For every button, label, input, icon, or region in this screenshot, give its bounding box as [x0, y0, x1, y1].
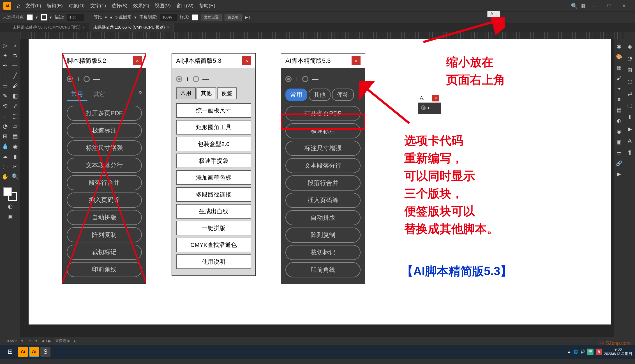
btn-para-merge[interactable]: 段落行合并 [285, 175, 361, 191]
menu-effect[interactable]: 效果(C) [133, 3, 149, 9]
btn-artboard-size[interactable]: 统一画板尺寸 [176, 103, 251, 118]
tab-note[interactable]: 便签 [332, 89, 354, 101]
align-icon[interactable]: ►⁝ [244, 15, 250, 20]
doc-tab-1[interactable]: 未标题-2.ai @ 50 % (CMYK/CPU 预览)× [8, 23, 89, 32]
tab-other[interactable]: 其它 [89, 89, 110, 101]
stroke-input[interactable] [67, 14, 84, 21]
color-icon[interactable]: 🎨 [615, 53, 623, 61]
btn-rect-corner[interactable]: 矩形圆角工具 [176, 120, 251, 135]
maximize-button[interactable]: ☐ [604, 2, 615, 10]
radio-icon[interactable] [67, 76, 73, 82]
transparency-icon[interactable]: ◐ [615, 117, 623, 125]
menu-view[interactable]: 视图(V) [155, 3, 171, 9]
rotate-icon[interactable]: 0° [27, 339, 31, 343]
tab-common[interactable]: 常用 [176, 87, 196, 99]
appearance-icon[interactable]: ◉ [615, 127, 623, 136]
tab-common[interactable]: 常用 [67, 89, 87, 101]
btn-help[interactable]: 使用说明 [176, 254, 251, 269]
gradient-tool[interactable]: ▤ [10, 131, 20, 141]
color-mode-icon[interactable]: ◐ [5, 201, 15, 211]
para-icon[interactable]: ¶ [625, 148, 634, 157]
align-icon[interactable]: ⊞ [625, 66, 634, 75]
selection-tool[interactable]: ▷ [0, 40, 10, 50]
properties-icon[interactable]: ◉ [615, 42, 623, 50]
btn-corner-line[interactable]: 印前角线 [285, 262, 361, 277]
menu-object[interactable]: 对象(O) [68, 3, 85, 9]
line-tool[interactable]: ╱ [10, 71, 20, 81]
tab-other[interactable]: 其他 [197, 87, 216, 99]
menu-help[interactable]: 帮助(H) [199, 3, 215, 9]
btn-text-split[interactable]: 文本段落分行 [67, 158, 142, 173]
libraries-icon[interactable]: ◈ [625, 42, 634, 51]
eyedropper-tool[interactable]: 💧 [0, 141, 10, 151]
gradient-icon[interactable]: ▤ [615, 106, 623, 114]
btn-array-copy[interactable]: 阵列复制 [285, 228, 361, 243]
zoom-tool[interactable]: 🔍 [10, 171, 20, 182]
play-icon[interactable]: ▶ [615, 170, 623, 178]
char-icon[interactable]: A [625, 136, 634, 145]
rotate-tool[interactable]: ⟲ [0, 101, 10, 111]
btn-para-merge[interactable]: 段落行合并 [67, 175, 142, 190]
stroke-swatch[interactable] [41, 14, 47, 20]
eraser-tool[interactable]: ◧ [10, 91, 20, 101]
graphic-styles-icon[interactable]: ▣ [615, 138, 623, 146]
btn-array-copy[interactable]: 阵列复制 [67, 227, 142, 242]
close-icon[interactable]: × [83, 25, 85, 29]
free-transform-tool[interactable]: ⬚ [10, 111, 20, 121]
expand-icon[interactable]: » [138, 89, 142, 101]
tab-note[interactable]: 便签 [217, 87, 237, 99]
tray-icon[interactable]: ▲ [567, 349, 571, 354]
zoom-level[interactable]: 110.65% [3, 339, 17, 343]
graph-tool[interactable]: ▮ [10, 151, 20, 161]
btn-bag[interactable]: 极速手提袋 [176, 154, 251, 168]
btn-page-num[interactable]: 插入页码等 [67, 193, 142, 208]
blend-tool[interactable]: ◉ [10, 141, 20, 151]
home-icon[interactable]: ⌂ [17, 2, 20, 10]
close-button[interactable]: × [242, 56, 251, 65]
artboard-tool[interactable]: ▢ [0, 161, 10, 171]
tab-common[interactable]: 常用 [285, 89, 307, 101]
start-button[interactable]: ⊞ [3, 346, 17, 358]
radio-icon[interactable] [302, 76, 308, 82]
style-swatch[interactable] [192, 14, 198, 20]
menu-window[interactable]: 窗口(W) [176, 3, 193, 9]
ime-button[interactable]: 中 [587, 349, 594, 355]
links-icon[interactable]: 🔗 [615, 159, 623, 168]
ai-task-icon-active[interactable]: Ai [29, 347, 39, 357]
btn-auto-layout[interactable]: 自动拼版 [285, 210, 361, 225]
opacity-input[interactable] [160, 14, 177, 21]
symbol-tool[interactable]: ☁ [0, 151, 10, 161]
tab-other[interactable]: 其他 [309, 89, 331, 101]
btn-box-type[interactable]: 包装盒型2.0 [176, 137, 251, 151]
actions-icon[interactable]: ▶ [625, 124, 634, 133]
fill-stroke-swatch[interactable] [3, 187, 17, 201]
tray-icon[interactable]: 🌐 [573, 349, 578, 354]
radio-icon[interactable] [421, 105, 426, 110]
arrange-icon[interactable]: ▦ [581, 3, 586, 9]
btn-crop-mark[interactable]: 裁切标记 [67, 245, 142, 260]
hand-tool[interactable]: ✋ [0, 171, 10, 182]
pathfinder-icon[interactable]: ⬡ [625, 77, 634, 86]
type-tool[interactable]: T [0, 71, 10, 81]
shape-builder-tool[interactable]: ◔ [0, 121, 10, 131]
rectangle-tool[interactable]: ▭ [0, 81, 10, 91]
menu-text[interactable]: 文字(T) [90, 3, 106, 9]
btn-dim-enhance[interactable]: 标注尺寸增强 [67, 140, 142, 156]
close-button[interactable]: × [432, 95, 439, 101]
btn-fast-annotate[interactable]: 极速标注 [67, 123, 142, 138]
btn-path-connect[interactable]: 多段路径连接 [176, 187, 251, 202]
brushes-icon[interactable]: 🖌 [615, 74, 623, 82]
artboards-icon[interactable]: ▢ [625, 101, 634, 110]
prefs-button[interactable]: 首选项 [225, 14, 242, 21]
layers-icon[interactable]: ☰ [615, 149, 623, 157]
stroke-icon[interactable]: ≡ [615, 95, 623, 104]
menu-edit[interactable]: 编辑(E) [47, 3, 63, 9]
btn-text-split[interactable]: 文本段落分行 [285, 158, 361, 173]
doc-setup-button[interactable]: 文档设置 [201, 14, 222, 21]
doc-tab-2[interactable]: 未标题-2 @ 110.65 % (CMYK/CPU 预览)× [89, 23, 174, 32]
ai-task-icon[interactable]: Ai [18, 347, 28, 357]
menu-file[interactable]: 文件(F) [26, 3, 41, 9]
close-button[interactable]: ✕ [618, 2, 629, 10]
btn-dim-enhance[interactable]: 标注尺寸增强 [285, 141, 361, 156]
curvature-tool[interactable]: 〰 [10, 61, 20, 71]
